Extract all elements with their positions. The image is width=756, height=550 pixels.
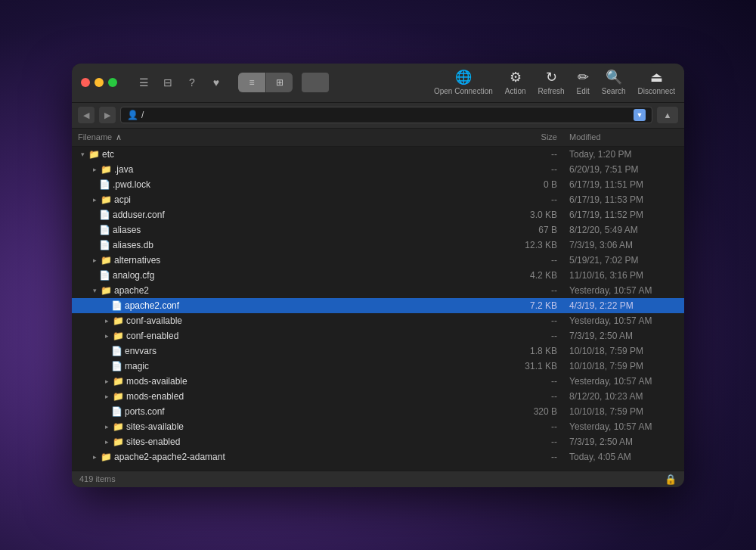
table-row[interactable]: 📄 apache2.conf 7.2 KB 4/3/19, 2:22 PM xyxy=(72,298,684,313)
folder-icon: 📁 xyxy=(101,255,111,266)
table-row[interactable]: ▸ 📁 conf-available -- Yesterday, 10:57 A… xyxy=(72,313,684,328)
folder-icon: 📁 xyxy=(113,437,123,447)
go-button[interactable]: ▲ xyxy=(657,107,678,123)
folder-icon: 📁 xyxy=(113,391,123,402)
file-name: mods-enabled xyxy=(126,391,504,402)
main-window: ☰ ⊟ ? ♥ ≡ ⊞ 🌐 Open Connection ⚙ Action ↻… xyxy=(72,64,684,487)
info-icon[interactable]: ? xyxy=(182,73,202,92)
expand-arrow-icon[interactable]: ▸ xyxy=(90,256,99,265)
file-modified: 6/17/19, 11:51 PM xyxy=(557,179,678,190)
table-row[interactable]: 📄 magic 31.1 KB 10/10/18, 7:59 PM xyxy=(72,359,684,374)
expand-arrow-icon[interactable]: ▸ xyxy=(102,437,111,446)
search-label: Search xyxy=(602,87,626,95)
folder-icon: 📁 xyxy=(101,285,111,296)
table-row[interactable]: ▸ 📁 acpi -- 6/17/19, 11:53 PM xyxy=(72,192,684,207)
bookmark-icon[interactable]: ⊟ xyxy=(158,73,178,92)
back-button[interactable]: ◀ xyxy=(78,107,94,123)
file-icon: 📄 xyxy=(99,210,110,220)
folder-icon: 📁 xyxy=(101,194,111,205)
user-icon: 👤 xyxy=(127,110,138,120)
action-button[interactable]: ⚙ Action xyxy=(505,69,526,95)
view-switcher: ≡ ⊞ xyxy=(238,73,293,92)
expand-arrow-icon[interactable]: ▸ xyxy=(102,316,111,325)
list-icon[interactable]: ☰ xyxy=(134,73,153,92)
table-row[interactable]: 📄 adduser.conf 3.0 KB 6/17/19, 11:52 PM xyxy=(72,207,684,222)
folder-icon: 📁 xyxy=(113,315,123,326)
table-row[interactable]: ▸ 📁 mods-available -- Yesterday, 10:57 A… xyxy=(72,374,684,389)
maximize-button[interactable] xyxy=(108,78,117,87)
lock-icon: 🔒 xyxy=(665,474,677,485)
file-name: aliases xyxy=(113,225,504,235)
forward-button[interactable]: ▶ xyxy=(99,107,116,123)
heart-icon[interactable]: ♥ xyxy=(206,73,226,92)
file-size: -- xyxy=(504,391,557,402)
table-row[interactable]: ▸ 📁 mods-enabled -- 8/12/20, 10:23 AM xyxy=(72,389,684,404)
toolbar-actions: 🌐 Open Connection ⚙ Action ↻ Refresh ✏ E… xyxy=(434,69,675,97)
table-row[interactable]: ▸ 📁 .java -- 6/20/19, 7:51 PM xyxy=(72,162,684,177)
table-row[interactable]: ▸ 📁 conf-enabled -- 7/3/19, 2:50 AM xyxy=(72,328,684,343)
close-button[interactable] xyxy=(81,78,90,87)
file-size: -- xyxy=(504,315,557,326)
gear-icon: ⚙ xyxy=(510,69,522,85)
file-name: sites-available xyxy=(126,421,504,432)
table-row[interactable]: ▾ 📁 apache2 -- Yesterday, 10:57 AM xyxy=(72,283,684,298)
file-name: acpi xyxy=(114,194,504,205)
file-size: -- xyxy=(504,285,557,296)
search-button[interactable]: 🔍 Search xyxy=(602,69,626,95)
table-row[interactable]: ▸ 📁 apache2-apache2-adamant -- Today, 4:… xyxy=(72,449,684,465)
folder-icon: 📁 xyxy=(101,164,111,175)
expand-arrow-icon[interactable]: ▸ xyxy=(102,422,111,431)
file-icon: 📄 xyxy=(99,240,110,250)
table-row[interactable]: 📄 envvars 1.8 KB 10/10/18, 7:59 PM xyxy=(72,343,684,359)
expand-arrow-icon[interactable]: ▸ xyxy=(102,392,111,401)
file-size: 3.0 KB xyxy=(504,210,557,220)
file-icon: 📄 xyxy=(99,179,110,190)
modified-header[interactable]: Modified xyxy=(557,132,678,141)
file-name: ports.conf xyxy=(125,406,504,417)
table-row[interactable]: ▸ 📁 alternatives -- 5/19/21, 7:02 PM xyxy=(72,253,684,268)
expand-arrow-icon[interactable]: ▾ xyxy=(78,150,87,159)
edit-button[interactable]: ✏ Edit xyxy=(577,69,590,95)
file-size: 12.3 KB xyxy=(504,240,557,250)
file-list[interactable]: ▾ 📁 etc -- Today, 1:20 PM ▸ 📁 .java -- 6… xyxy=(72,147,684,471)
file-name: etc xyxy=(102,149,504,160)
size-header[interactable]: Size xyxy=(504,132,557,141)
table-row[interactable]: ▸ 📁 sites-available -- Yesterday, 10:57 … xyxy=(72,419,684,434)
path-dropdown-icon[interactable]: ▼ xyxy=(634,109,646,121)
toolbar-icons: ☰ ⊟ ? ♥ xyxy=(134,73,226,92)
table-row[interactable]: 📄 analog.cfg 4.2 KB 11/10/16, 3:16 PM xyxy=(72,268,684,283)
file-size: -- xyxy=(504,194,557,205)
expand-arrow-icon[interactable]: ▸ xyxy=(102,377,111,386)
table-row[interactable]: 📄 ports.conf 320 B 10/10/18, 7:59 PM xyxy=(72,404,684,419)
expand-arrow-icon[interactable]: ▸ xyxy=(90,452,99,461)
column-headers: Filename ∧ Size Modified xyxy=(72,129,684,147)
refresh-button[interactable]: ↻ Refresh xyxy=(538,69,565,95)
file-icon: 📄 xyxy=(111,406,122,417)
list-view-button[interactable]: ≡ xyxy=(238,73,265,92)
expand-arrow-icon[interactable]: ▾ xyxy=(90,286,99,295)
table-row[interactable]: 📄 aliases 67 B 8/12/20, 5:49 AM xyxy=(72,222,684,238)
minimize-button[interactable] xyxy=(94,78,104,87)
extra-view-button[interactable] xyxy=(302,73,329,92)
file-size: -- xyxy=(504,255,557,266)
table-row[interactable]: ▾ 📁 etc -- Today, 1:20 PM xyxy=(72,147,684,162)
expand-arrow-icon[interactable]: ▸ xyxy=(102,331,111,340)
path-bar[interactable]: 👤 / ▼ xyxy=(120,107,652,123)
file-name: magic xyxy=(125,361,504,371)
table-row[interactable]: 📄 aliases.db 12.3 KB 7/3/19, 3:06 AM xyxy=(72,238,684,253)
open-connection-button[interactable]: 🌐 Open Connection xyxy=(434,69,493,95)
expand-arrow-icon[interactable]: ▸ xyxy=(90,195,99,204)
refresh-icon: ↻ xyxy=(546,69,557,85)
file-icon: 📄 xyxy=(99,225,110,235)
disconnect-button[interactable]: ⏏ Disconnect xyxy=(638,69,675,95)
file-name: mods-available xyxy=(126,376,504,387)
file-modified: 10/10/18, 7:59 PM xyxy=(557,361,678,371)
path-text: / xyxy=(141,110,631,120)
table-row[interactable]: ▸ 📁 sites-enabled -- 7/3/19, 2:50 AM xyxy=(72,434,684,449)
table-row[interactable]: 📄 .pwd.lock 0 B 6/17/19, 11:51 PM xyxy=(72,177,684,192)
file-name: envvars xyxy=(125,346,504,356)
expand-arrow-icon[interactable]: ▸ xyxy=(90,165,99,174)
filename-header[interactable]: Filename ∧ xyxy=(78,132,504,142)
file-size: 7.2 KB xyxy=(504,300,557,311)
column-view-button[interactable]: ⊞ xyxy=(265,73,293,92)
